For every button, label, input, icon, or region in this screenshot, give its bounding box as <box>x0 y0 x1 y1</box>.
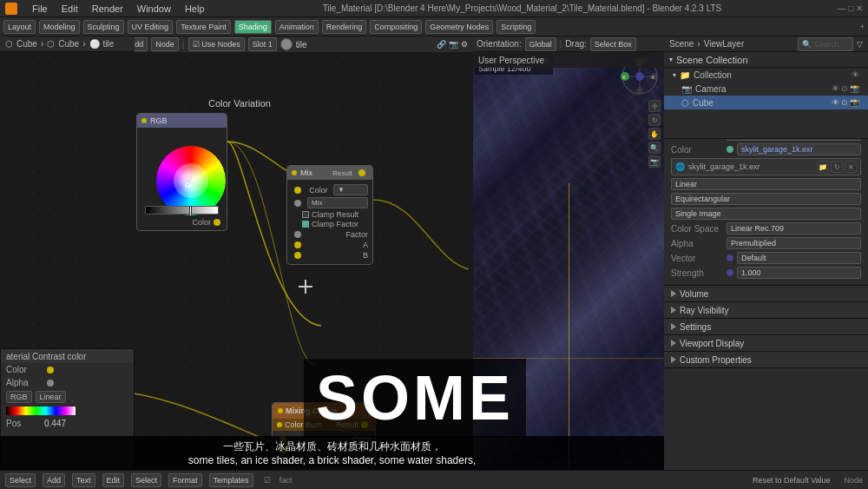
global-dropdown[interactable]: Global <box>525 37 556 51</box>
filter-icon[interactable]: ▽ <box>857 40 863 49</box>
alpha-dropdown[interactable]: Premultiplied <box>727 237 861 249</box>
bottom-templates-btn[interactable]: Templates <box>209 473 253 487</box>
exr-close-btn[interactable]: ✕ <box>845 161 857 173</box>
workspace-sculpting[interactable]: Sculpting <box>83 20 124 34</box>
toolbar-icon-2[interactable]: 📷 <box>449 40 458 49</box>
workspace-tabs: Layout Modeling Sculpting UV Editing Tex… <box>0 17 868 36</box>
menu-window[interactable]: Window <box>135 3 174 14</box>
mat-alpha-socket <box>47 380 54 387</box>
bottom-bar: Select Add Text Edit Select Format Templ… <box>0 470 868 489</box>
exr-refresh-btn[interactable]: ↻ <box>831 161 843 173</box>
workspace-scripting[interactable]: Scripting <box>496 20 536 34</box>
exr-file-row: 🌐 skylit_garage_1k.exr 📁 ↻ ✕ <box>671 158 861 175</box>
subtitle-overlay: 一些瓦片、冰晶材质、砖材质和几种水面材质， some tiles, an ice… <box>0 436 664 470</box>
rgb-node[interactable]: RGB Color <box>136 113 227 231</box>
workspace-uv[interactable]: UV Editing <box>128 20 174 34</box>
cube-render[interactable]: 📸 <box>850 98 859 107</box>
clamp-result-checkbox[interactable] <box>302 211 309 218</box>
bottom-format-btn[interactable]: Format <box>168 473 202 487</box>
cam-render[interactable]: 📸 <box>850 84 859 93</box>
workspace-shading[interactable]: Shading <box>234 20 272 34</box>
camera-tool[interactable]: 📷 <box>648 155 661 168</box>
single-image-row: Single Image <box>671 208 861 220</box>
workspace-geometry-nodes[interactable]: Geometry Nodes <box>425 20 493 34</box>
workspace-animation[interactable]: Animation <box>275 20 319 34</box>
svg-point-10 <box>636 88 643 95</box>
menu-file[interactable]: File <box>30 3 50 14</box>
workspace-layout[interactable]: Layout <box>3 20 36 34</box>
cam-select[interactable]: ⊙ <box>841 84 848 93</box>
ray-visibility-header[interactable]: Ray Visibility <box>664 302 868 318</box>
pos-label: Pos <box>6 419 41 428</box>
workspace-rendering[interactable]: Rendering <box>322 20 367 34</box>
bottom-select-btn[interactable]: Select <box>5 473 36 487</box>
mix-node[interactable]: Mix Result Color ▼ Mix C <box>286 165 373 265</box>
bottom-add-btn[interactable]: Add <box>43 473 65 487</box>
drag-label: Drag: <box>565 39 586 49</box>
use-nodes-toggle[interactable]: ☑ Use Nodes <box>188 37 245 51</box>
workspace-compositing[interactable]: Compositing <box>370 20 422 34</box>
select-box-dropdown[interactable]: Select Box <box>590 37 636 51</box>
strength-input[interactable]: 1.000 <box>737 267 861 279</box>
outliner-search[interactable]: 🔍 Search <box>798 37 853 51</box>
custom-props-header[interactable]: Custom Properties <box>664 352 868 367</box>
material-rgb-title: aterial Contrast color <box>6 352 86 361</box>
workspace-texture-paint[interactable]: Texture Paint <box>176 20 231 34</box>
collection-hide-icon[interactable]: 👁 <box>852 70 859 79</box>
linear-dropdown[interactable]: Linear <box>671 178 861 190</box>
rgb-mode-dropdown[interactable]: RGB <box>6 391 32 403</box>
cam-hide[interactable]: 👁 <box>832 84 839 93</box>
some-big-text: SOME <box>304 359 526 437</box>
cube-hide[interactable]: 👁 <box>832 98 839 107</box>
collection-item-cube[interactable]: ⬡ Cube 👁 ⊙ 📸 <box>664 96 868 109</box>
color-exr-dropdown[interactable]: skylit_garage_1k.exr <box>737 143 861 155</box>
volume-section: Volume <box>664 286 868 302</box>
mix-type-dropdown[interactable]: Mix <box>307 197 368 208</box>
color-wheel[interactable] <box>156 146 226 215</box>
alpha-prop-label: Alpha <box>671 239 723 248</box>
node-cursor <box>299 280 312 294</box>
rgb-output-label: Color <box>192 218 211 227</box>
zoom-tool[interactable]: 🔍 <box>648 142 661 154</box>
strength-dot <box>727 269 733 276</box>
reset-to-default[interactable]: Reset to Default Value <box>753 476 830 485</box>
clamp-factor-checkbox[interactable] <box>302 221 309 228</box>
rgb-node-title: RGB <box>150 116 168 125</box>
cube-icon-1: ⬡ <box>5 39 13 49</box>
toolbar-icon-1[interactable]: 🔗 <box>437 40 446 49</box>
menu-render[interactable]: Render <box>89 3 126 14</box>
material-rgb-header: aterial Contrast color <box>1 349 134 363</box>
rgb-spectrum[interactable] <box>6 406 76 415</box>
color-pick-indicator <box>185 182 190 188</box>
material-ball-icon[interactable] <box>280 38 293 50</box>
cube-select[interactable]: ⊙ <box>841 98 848 107</box>
cube-name: Cube <box>693 98 713 108</box>
rotate-tool[interactable]: ↻ <box>648 114 661 126</box>
toolbar-icon-3[interactable]: ⚙ <box>461 40 468 49</box>
bottom-text-btn[interactable]: Text <box>72 473 95 487</box>
linear-dropdown[interactable]: Linear <box>36 391 66 403</box>
bottom-edit-btn[interactable]: Edit <box>102 473 125 487</box>
move-tool[interactable]: ✛ <box>648 100 661 112</box>
single-image-dropdown[interactable]: Single Image <box>671 208 861 220</box>
slot-dropdown[interactable]: Slot 1 <box>248 37 277 51</box>
bottom-select2-btn[interactable]: Select <box>131 473 161 487</box>
pan-tool[interactable]: ✋ <box>648 128 661 140</box>
workspace-modeling[interactable]: Modeling <box>39 20 80 34</box>
mix-factor-label: Factor <box>345 230 368 239</box>
settings-header[interactable]: Settings <box>664 319 868 334</box>
viewport-display-header[interactable]: Viewport Display <box>664 335 868 351</box>
volume-header[interactable]: Volume <box>664 286 868 301</box>
rgb-node-body: Color <box>137 128 227 230</box>
equirec-dropdown[interactable]: Equirectangular <box>671 193 861 205</box>
menu-edit[interactable]: Edit <box>59 3 81 14</box>
collection-item-collection[interactable]: ▾ 📁 Collection 👁 <box>664 68 868 82</box>
menu-help[interactable]: Help <box>182 3 207 14</box>
vector-dropdown[interactable]: Default <box>737 252 861 264</box>
collection-item-camera[interactable]: 📷 Camera 👁 ⊙ 📸 <box>664 82 868 96</box>
node-menu[interactable]: Node <box>151 37 179 51</box>
mix-color-dropdown[interactable]: ▼ <box>333 184 368 195</box>
colorspace-dropdown[interactable]: Linear Rec.709 <box>727 222 861 235</box>
color-strip[interactable] <box>145 206 220 215</box>
exr-browse-btn[interactable]: 📁 <box>817 161 829 173</box>
